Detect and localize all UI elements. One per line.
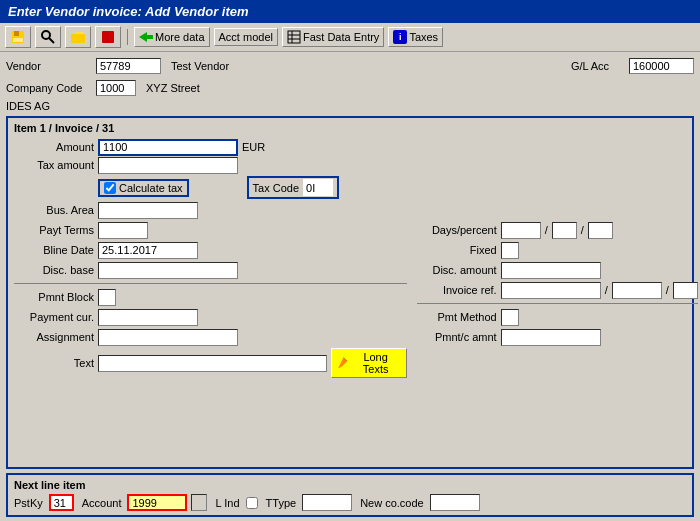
divider-2	[417, 303, 698, 304]
tax-amount-row: Tax amount	[14, 156, 686, 174]
table-icon	[287, 30, 301, 44]
amount-input[interactable]	[98, 139, 238, 156]
tax-code-box: Tax Code	[247, 176, 339, 199]
text-row: Text Long Texts	[14, 348, 407, 378]
payment-cur-input[interactable]	[98, 309, 198, 326]
tax-code-input[interactable]	[303, 179, 333, 196]
next-line-section: Next line item PstKy Account L Ind TType…	[6, 473, 694, 517]
pencil-icon	[338, 357, 349, 369]
disc-base-label: Disc. base	[14, 264, 94, 276]
info-icon: i	[393, 30, 407, 44]
vendor-label: Vendor	[6, 60, 86, 72]
l-ind-checkbox[interactable]	[246, 497, 258, 509]
fixed-label: Fixed	[417, 244, 497, 256]
main-content: Vendor Test Vendor G/L Acc Company Code …	[0, 52, 700, 521]
svg-rect-5	[71, 34, 85, 43]
vendor-name: Test Vendor	[171, 60, 229, 72]
l-ind-label: L Ind	[215, 497, 239, 509]
next-line-row: PstKy Account L Ind TType New co.code	[14, 494, 686, 511]
vendor-input[interactable]	[96, 58, 161, 74]
col-right: Days/percent / / Fixed Disc. amoun	[417, 201, 698, 378]
tax-amount-input[interactable]	[98, 157, 238, 174]
payt-terms-input[interactable]	[98, 222, 148, 239]
item-section-title: Item 1 / Invoice / 31	[14, 122, 686, 134]
svg-rect-6	[102, 31, 114, 43]
col-left: Bus. Area Payt Terms Bline Date	[14, 201, 407, 378]
icon-btn-1[interactable]	[5, 26, 31, 48]
gl-acc-input[interactable]	[629, 58, 694, 74]
pmt-method-input[interactable]	[501, 309, 519, 326]
bline-date-row: Bline Date	[14, 241, 407, 259]
bline-date-input[interactable]	[98, 242, 198, 259]
pmt-method-label: Pmt Method	[417, 311, 497, 323]
invoice-ref-3-input[interactable]	[673, 282, 698, 299]
pmnt-c-amnt-label: Pmnt/c amnt	[417, 331, 497, 343]
assignment-input[interactable]	[98, 329, 238, 346]
more-data-button[interactable]: More data	[134, 27, 210, 47]
disc-amount-input[interactable]	[501, 262, 601, 279]
ttype-label: TType	[266, 497, 297, 509]
divider-1	[14, 283, 407, 284]
header-row-vendor: Vendor Test Vendor G/L Acc	[6, 56, 694, 76]
pmnt-c-amnt-row: Pmnt/c amnt	[417, 328, 698, 346]
acct-model-button[interactable]: Acct model	[214, 28, 278, 46]
invoice-ref-1-input[interactable]	[501, 282, 601, 299]
days-3-input[interactable]	[588, 222, 613, 239]
fixed-row: Fixed	[417, 241, 698, 259]
assignment-row: Assignment	[14, 328, 407, 346]
pmnt-c-amnt-input[interactable]	[501, 329, 601, 346]
pstkv-input[interactable]	[49, 494, 74, 511]
bus-area-input[interactable]	[98, 202, 198, 219]
calculate-tax-checkbox[interactable]	[104, 182, 116, 194]
save-icon	[10, 29, 26, 45]
toolbar: More data Acct model Fast Data Entry i T…	[0, 23, 700, 52]
company-name: IDES AG	[6, 100, 694, 114]
icon-btn-2[interactable]	[35, 26, 61, 48]
svg-point-3	[42, 31, 50, 39]
days-1-input[interactable]	[501, 222, 541, 239]
company-address: XYZ Street	[146, 82, 200, 94]
svg-line-4	[49, 38, 54, 43]
pmnt-block-label: Pmnt Block	[14, 291, 94, 303]
pmnt-block-row: Pmnt Block	[14, 288, 407, 306]
item-section: Item 1 / Invoice / 31 Amount EUR Tax amo…	[6, 116, 694, 469]
disc-base-row: Disc. base	[14, 261, 407, 279]
gl-acc-label: G/L Acc	[571, 60, 609, 72]
fixed-input[interactable]	[501, 242, 519, 259]
text-input[interactable]	[98, 355, 327, 372]
company-code-label: Company Code	[6, 82, 86, 94]
ttype-input[interactable]	[302, 494, 352, 511]
days-2-input[interactable]	[552, 222, 577, 239]
header-row-company: Company Code XYZ Street	[6, 78, 694, 98]
account-label: Account	[82, 497, 122, 509]
text-label: Text	[14, 357, 94, 369]
payt-terms-row: Payt Terms	[14, 221, 407, 239]
account-ext-input[interactable]	[191, 494, 207, 511]
disc-base-input[interactable]	[98, 262, 238, 279]
pmt-method-row: Pmt Method	[417, 308, 698, 326]
amount-label: Amount	[14, 141, 94, 153]
invoice-ref-2-input[interactable]	[612, 282, 662, 299]
invoice-ref-label: Invoice ref.	[417, 284, 497, 296]
calculate-tax-label: Calculate tax	[119, 182, 183, 194]
amount-row: Amount EUR	[14, 138, 686, 156]
account-input[interactable]	[127, 494, 187, 511]
fast-data-entry-button[interactable]: Fast Data Entry	[282, 27, 384, 47]
invoice-ref-row: Invoice ref. / /	[417, 281, 698, 299]
bline-date-label: Bline Date	[14, 244, 94, 256]
icon-btn-4[interactable]	[95, 26, 121, 48]
svg-marker-7	[139, 32, 153, 42]
company-code-input[interactable]	[96, 80, 136, 96]
pmnt-block-input[interactable]	[98, 289, 116, 306]
payment-cur-label: Payment cur.	[14, 311, 94, 323]
find-icon	[40, 29, 56, 45]
toolbar-separator-1	[127, 29, 128, 45]
currency-label: EUR	[242, 141, 265, 153]
icon-btn-3[interactable]	[65, 26, 91, 48]
tax-amount-label: Tax amount	[14, 159, 94, 171]
green-arrow-icon	[139, 30, 153, 44]
svg-rect-1	[14, 31, 19, 36]
long-texts-button[interactable]: Long Texts	[331, 348, 407, 378]
taxes-button[interactable]: i Taxes	[388, 27, 443, 47]
new-co-code-input[interactable]	[430, 494, 480, 511]
